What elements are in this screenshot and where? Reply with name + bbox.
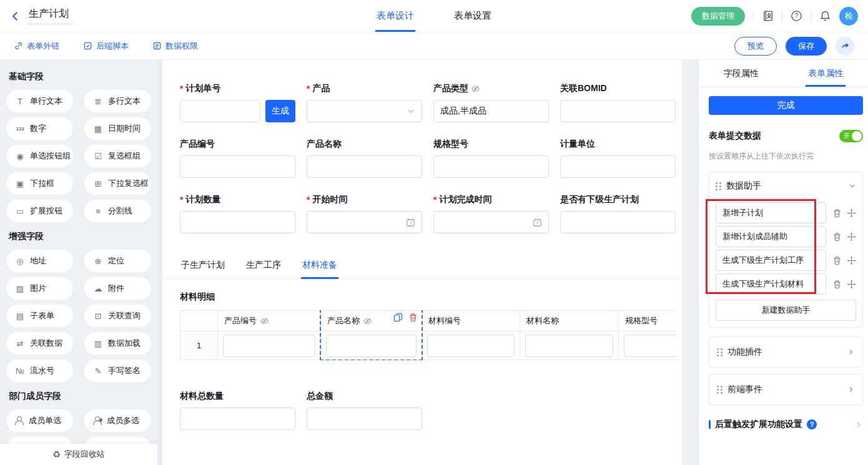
- plugins-header[interactable]: 功能插件: [717, 345, 855, 360]
- product-name-input[interactable]: [307, 155, 422, 178]
- delete-icon[interactable]: [832, 232, 842, 242]
- product-select[interactable]: [307, 100, 422, 122]
- post-trigger-settings[interactable]: 后置触发扩展功能设置 ?: [709, 419, 863, 430]
- spec-model-input[interactable]: [433, 155, 549, 178]
- share-button[interactable]: [836, 37, 854, 56]
- data-assistant-header[interactable]: 数据助手: [716, 179, 856, 193]
- calendar-icon: 7: [406, 218, 415, 227]
- properties-tab[interactable]: 表单属性: [784, 60, 868, 87]
- subform-tab[interactable]: 子生产计划: [180, 257, 226, 278]
- material-total-qty-input[interactable]: [180, 408, 295, 430]
- table-cell-input[interactable]: [427, 335, 515, 357]
- subform-tab[interactable]: 生产工序: [245, 257, 282, 278]
- plan-qty-input[interactable]: [180, 211, 295, 233]
- table-cell-input[interactable]: [624, 335, 676, 357]
- plan-no-input[interactable]: [180, 100, 260, 122]
- header-tab[interactable]: 表单设计: [377, 0, 414, 32]
- notification-bell-icon[interactable]: [819, 10, 831, 22]
- sidebar-field-item[interactable]: ⊕定位: [84, 250, 151, 272]
- assistant-item[interactable]: 生成下级生产计划材料: [716, 273, 826, 295]
- sidebar-field-item[interactable]: ◎地址: [6, 250, 73, 272]
- move-icon[interactable]: [847, 208, 856, 218]
- submit-data-toggle[interactable]: 开: [839, 130, 863, 142]
- start-time-input[interactable]: 7: [307, 211, 422, 233]
- sidebar-field-item[interactable]: ▦日期时间: [84, 117, 151, 140]
- sidebar-field-item[interactable]: ≡分割线: [84, 200, 151, 222]
- table-cell-input[interactable]: [326, 335, 417, 357]
- chevron-right-icon: [855, 421, 863, 429]
- form-field-material-total-qty: 材料总数量: [180, 390, 295, 430]
- sidebar-section-title: 基础字段: [9, 71, 151, 82]
- assistant-item[interactable]: 新增子计划: [716, 202, 826, 223]
- has-sub-plan-input[interactable]: [560, 211, 676, 233]
- drag-handle-icon[interactable]: [717, 348, 723, 356]
- table-cell-input[interactable]: [223, 335, 315, 357]
- toolbar-link[interactable]: 后端脚本: [83, 41, 129, 52]
- table-cell-input[interactable]: [525, 335, 613, 357]
- data-manage-button[interactable]: 数据管理: [691, 7, 745, 26]
- sidebar-field-item[interactable]: 成员单选: [6, 409, 73, 432]
- question-help-icon[interactable]: ?: [807, 419, 817, 429]
- sidebar-field-item[interactable]: №流水号: [6, 360, 73, 382]
- table-row: 1: [180, 331, 677, 360]
- sidebar-field-item[interactable]: ⊡关联查询: [84, 305, 151, 327]
- sidebar-section-grid: T单行文本≣多行文本123数字▦日期时间◉单选按钮组☑复选框组▣下拉框⊞下拉复选…: [6, 90, 151, 222]
- product-type-input[interactable]: 成品,半成品: [433, 100, 549, 122]
- preview-button[interactable]: 预览: [734, 37, 777, 56]
- drag-handle-icon[interactable]: [716, 182, 721, 190]
- add-assistant-button[interactable]: 新建数据助手: [716, 300, 856, 321]
- done-button[interactable]: 完成: [709, 96, 863, 115]
- sidebar-field-item[interactable]: T单行文本: [6, 90, 73, 112]
- unit-input[interactable]: [560, 155, 676, 178]
- toolbar-link[interactable]: 数据权限: [152, 41, 198, 52]
- finish-time-input[interactable]: 7: [433, 211, 549, 233]
- sidebar-field-item[interactable]: ✎手写签名: [84, 360, 151, 382]
- avatar[interactable]: 检: [839, 7, 858, 26]
- contacts-book-icon[interactable]: [762, 10, 774, 22]
- delete-icon[interactable]: [832, 280, 842, 289]
- sidebar-field-item[interactable]: ⊞下拉复选框: [84, 172, 151, 195]
- sidebar-field-item[interactable]: ▣下拉框: [6, 172, 73, 195]
- toolbar-link[interactable]: 表单外链: [14, 41, 59, 52]
- delete-column-icon[interactable]: [408, 313, 418, 322]
- header-tab[interactable]: 表单设置: [454, 0, 491, 32]
- sidebar-field-item[interactable]: 成员多选: [84, 409, 151, 432]
- sidebar-field-item[interactable]: ≣多行文本: [84, 90, 151, 112]
- sidebar-field-item[interactable]: ▭扩展按钮: [6, 200, 73, 222]
- bom-id-input[interactable]: [560, 100, 676, 122]
- assistant-item[interactable]: 生成下级生产计划工序: [716, 250, 826, 271]
- field-recycle-bin[interactable]: ♻ 字段回收站: [0, 444, 157, 465]
- table-column-header[interactable]: 材料名称: [520, 311, 619, 331]
- product-code-input[interactable]: [180, 155, 295, 178]
- table-column-header[interactable]: 规格型号: [619, 311, 677, 331]
- sidebar-field-item[interactable]: ☑复选框组: [84, 145, 151, 167]
- sidebar-field-item[interactable]: ▨图片: [6, 277, 73, 300]
- sidebar-field-item[interactable]: 123数字: [6, 117, 73, 140]
- chevron-right-icon: [847, 386, 855, 393]
- sidebar-field-item[interactable]: ◉单选按钮组: [6, 145, 73, 167]
- sidebar-field-item[interactable]: ▤子表单: [6, 305, 73, 327]
- frontend-events-header[interactable]: 前端事件: [717, 382, 855, 397]
- copy-column-icon[interactable]: [393, 313, 403, 322]
- sidebar-field-item[interactable]: ☁附件: [84, 277, 151, 300]
- page-title[interactable]: 生产计划: [27, 7, 72, 24]
- table-column-header[interactable]: 材料编号: [422, 311, 520, 331]
- generate-button[interactable]: 生成: [265, 100, 295, 122]
- properties-tabs: 字段属性表单属性: [699, 60, 868, 87]
- properties-tab[interactable]: 字段属性: [699, 60, 784, 87]
- delete-icon[interactable]: [832, 208, 842, 218]
- sidebar-field-item[interactable]: ⇄关联数据: [6, 332, 73, 355]
- save-button[interactable]: 保存: [786, 37, 827, 56]
- assistant-item[interactable]: 新增计划成品辅助: [716, 226, 826, 247]
- sidebar-field-item[interactable]: ▥数据加载: [84, 332, 151, 355]
- drag-handle-icon[interactable]: [717, 386, 723, 394]
- total-amount-input[interactable]: [307, 408, 422, 430]
- delete-icon[interactable]: [832, 256, 842, 265]
- subform-tab[interactable]: 材料准备: [301, 257, 338, 278]
- move-icon[interactable]: [847, 280, 856, 289]
- move-icon[interactable]: [847, 256, 856, 265]
- move-icon[interactable]: [847, 232, 856, 242]
- back-icon[interactable]: [10, 11, 21, 22]
- table-column-header[interactable]: 产品编号: [218, 311, 321, 331]
- help-icon[interactable]: ?: [791, 10, 802, 22]
